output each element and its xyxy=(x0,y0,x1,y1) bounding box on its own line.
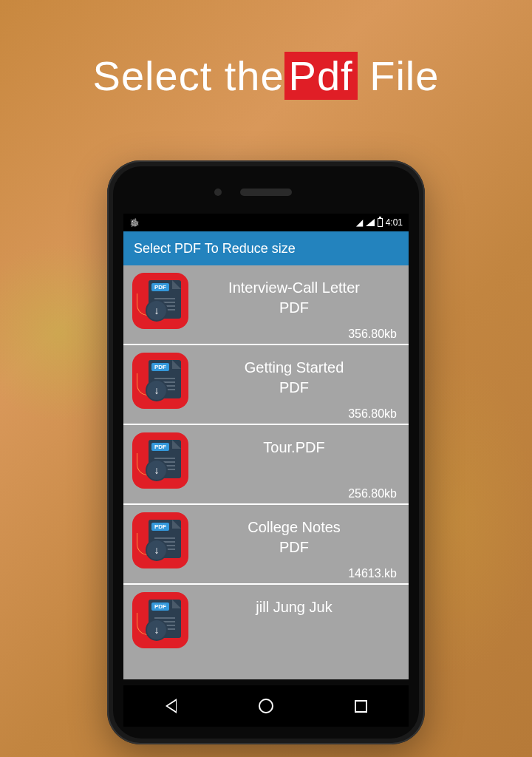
home-icon xyxy=(259,699,273,713)
file-item[interactable]: PDF College Notes PDF 14613.kb xyxy=(123,505,409,585)
file-type: PDF xyxy=(279,299,309,316)
nav-home-button[interactable] xyxy=(251,691,281,721)
back-icon xyxy=(166,699,177,713)
pdf-badge: PDF xyxy=(151,523,169,531)
headline-highlight: Pdf xyxy=(284,52,358,100)
file-size: 14613.kb xyxy=(348,567,397,580)
pdf-file-icon: PDF xyxy=(132,432,188,489)
network-icon: ◢ xyxy=(356,217,363,228)
pdf-file-icon: PDF xyxy=(132,353,188,409)
recent-icon xyxy=(355,700,367,713)
pdf-badge: PDF xyxy=(151,283,169,291)
file-item[interactable]: PDF Getting Started PDF 356.80kb xyxy=(123,345,409,425)
promo-headline: Select thePdf File xyxy=(0,52,532,100)
nav-back-button[interactable] xyxy=(156,691,185,721)
pdf-file-icon: PDF xyxy=(132,273,188,329)
file-size: 356.80kb xyxy=(348,407,397,421)
pdf-badge: PDF xyxy=(151,602,169,611)
file-size: 356.80kb xyxy=(348,327,397,341)
file-name: Interview-Call Letter xyxy=(228,277,360,298)
headline-part1: Select the xyxy=(93,52,284,99)
pdf-badge: PDF xyxy=(151,363,169,371)
file-name: College Notes xyxy=(248,517,341,537)
nav-recent-button[interactable] xyxy=(347,691,376,721)
file-name: jill Jung Juk xyxy=(256,597,332,617)
phone-screen: ◢ 4:01 Select PDF To Reduce size PDF xyxy=(123,214,409,679)
compress-icon xyxy=(146,379,168,401)
signal-icon xyxy=(366,219,375,226)
file-item[interactable]: PDF Interview-Call Letter PDF 356.80kb xyxy=(123,265,409,345)
compress-icon xyxy=(146,299,168,322)
app-title: Select PDF To Reduce size xyxy=(134,241,296,257)
debug-icon xyxy=(129,217,138,228)
compress-icon xyxy=(146,619,168,641)
pdf-file-icon: PDF xyxy=(132,512,188,568)
file-type: PDF xyxy=(279,539,309,556)
file-item[interactable]: PDF jill Jung Juk xyxy=(123,585,409,653)
pdf-file-icon: PDF xyxy=(132,592,188,648)
nav-bar xyxy=(123,685,409,727)
compress-icon xyxy=(146,459,168,481)
phone-frame: ◢ 4:01 Select PDF To Reduce size PDF xyxy=(107,160,425,744)
headline-part2: File xyxy=(358,52,440,99)
file-type: PDF xyxy=(279,379,309,396)
file-size: 256.80kb xyxy=(348,487,397,500)
status-bar: ◢ 4:01 xyxy=(123,214,409,231)
phone-speaker xyxy=(240,189,292,196)
file-name: Tour.PDF xyxy=(263,437,324,458)
file-list[interactable]: PDF Interview-Call Letter PDF 356.80kb P… xyxy=(123,265,409,653)
pdf-badge: PDF xyxy=(151,443,169,451)
file-name: Getting Started xyxy=(245,357,344,378)
battery-icon xyxy=(378,218,383,227)
phone-camera xyxy=(214,189,222,196)
file-item[interactable]: PDF Tour.PDF 256.80kb xyxy=(123,425,409,505)
compress-icon xyxy=(146,539,168,561)
clock: 4:01 xyxy=(386,217,403,228)
app-bar: Select PDF To Reduce size xyxy=(123,231,409,265)
